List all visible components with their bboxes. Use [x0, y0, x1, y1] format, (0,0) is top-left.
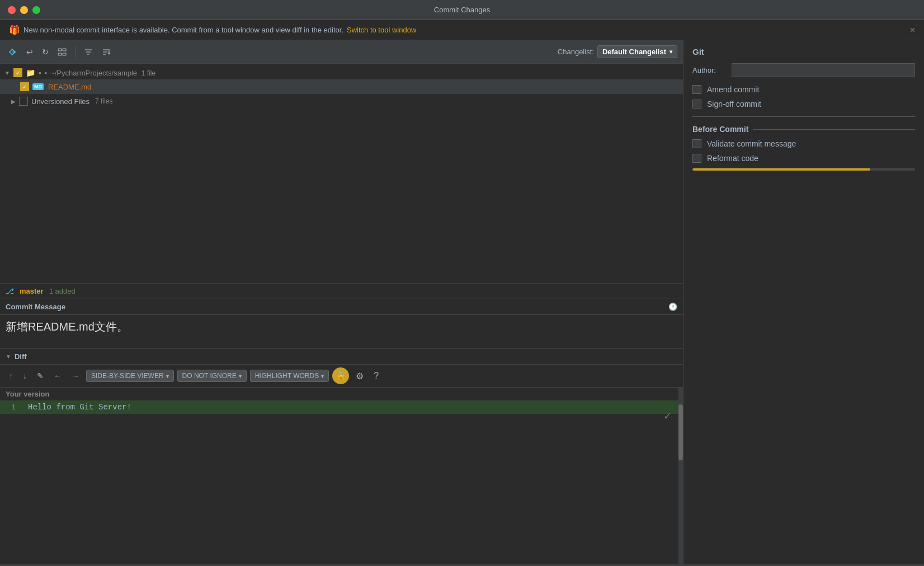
diff-toolbar: ↑ ↓ ✎ ← → SIDE-BY-SIDE VIEWER ▾ DO NOT I…	[0, 365, 683, 388]
reformat-label: Reformat code	[707, 154, 758, 163]
amend-checkbox[interactable]	[692, 85, 701, 94]
dropdown-arrow-icon: ▾	[670, 49, 672, 55]
commit-message-header: Commit Message 🕐	[0, 299, 683, 315]
changelist-dropdown[interactable]: Default Changelist ▾	[597, 45, 677, 58]
svg-rect-3	[58, 53, 62, 55]
right-panel: Git Author: Amend commit Sign-off commit…	[683, 40, 924, 564]
author-input[interactable]	[732, 63, 915, 77]
commit-message-label: Commit Message	[6, 303, 65, 311]
highlight-arrow-icon: ▾	[321, 373, 324, 379]
tree-expand-arrow: ▼	[4, 70, 10, 76]
git-section-title: Git	[692, 47, 915, 56]
tree-root-row[interactable]: ▼ ✓ 📁 ▪ ▪ ~/PycharmProjects/sample 1 fil…	[0, 66, 683, 79]
settings-icon-button[interactable]: ⚙	[352, 370, 367, 383]
viewer-arrow-icon: ▾	[166, 373, 169, 379]
branch-status: 1 added	[49, 287, 76, 295]
unversioned-row[interactable]: ▶ Unversioned Files 7 files	[0, 94, 683, 109]
help-icon-button[interactable]: ?	[370, 370, 382, 382]
move-to-changelist-button[interactable]	[6, 46, 20, 58]
before-commit-title: Before Commit	[692, 125, 748, 134]
signoff-commit-row: Sign-off commit	[692, 100, 915, 109]
filter-button[interactable]	[81, 46, 96, 58]
svg-rect-2	[63, 49, 66, 51]
scroll-up-button[interactable]: ↑	[6, 370, 16, 382]
unversioned-checkbox[interactable]	[19, 97, 28, 106]
before-commit-header: Before Commit	[692, 125, 915, 134]
commit-message-body[interactable]: 新增README.md文件。	[0, 315, 683, 348]
branch-bar: ⎇ master 1 added	[0, 283, 683, 299]
diff-scrollbar-thumb[interactable]	[678, 404, 683, 460]
readme-file-row[interactable]: ✓ MD README.md	[0, 79, 683, 94]
history-icon[interactable]: 🕐	[668, 303, 677, 311]
notification-close-button[interactable]: ×	[910, 25, 915, 35]
svg-rect-1	[58, 49, 62, 51]
diff-content: Your version 1 Hello from Git Server! ✓	[0, 388, 683, 564]
diff-checkmark-icon: ✓	[663, 410, 672, 422]
group-button[interactable]	[55, 46, 69, 58]
refresh-button[interactable]: ↩	[23, 46, 36, 58]
sync-button[interactable]: ↻	[39, 46, 51, 58]
close-button[interactable]	[8, 6, 16, 14]
changelist-label: Changelist:	[558, 48, 594, 56]
left-panel: ↩ ↻ Changelist: Default Changelist ▾ ▼	[0, 40, 683, 564]
notification-text: New non-modal commit interface is availa…	[23, 26, 343, 34]
branch-icon: ⎇	[6, 287, 14, 295]
notification-bar: 🎁 New non-modal commit interface is avai…	[0, 20, 924, 40]
readme-checkbox[interactable]: ✓	[20, 82, 29, 91]
readme-filename: README.md	[48, 83, 91, 91]
changelist-value: Default Changelist	[602, 48, 666, 56]
reformat-checkbox[interactable]	[692, 154, 701, 163]
file-tree: ▼ ✓ 📁 ▪ ▪ ~/PycharmProjects/sample 1 fil…	[0, 64, 683, 283]
your-version-label: Your version	[0, 388, 683, 400]
lock-button[interactable]: 🔒	[332, 367, 349, 384]
amend-label: Amend commit	[707, 85, 759, 94]
diff-section: ▼ Diff ↑ ↓ ✎ ← → SIDE-BY-SIDE VIEWER ▾ D…	[0, 348, 683, 564]
next-diff-button[interactable]: →	[68, 370, 83, 382]
gift-icon: 🎁	[9, 25, 20, 35]
commit-message-text: 新增README.md文件。	[6, 320, 128, 333]
branch-name: master	[20, 287, 44, 295]
edit-button[interactable]: ✎	[34, 370, 47, 382]
bottom-bar: ? CANCEL COMMIT	[0, 564, 924, 566]
root-checkbox[interactable]: ✓	[13, 68, 22, 77]
validate-label: Validate commit message	[707, 139, 796, 148]
sort-button[interactable]	[99, 46, 114, 58]
root-file-count: 1 file	[142, 69, 155, 77]
toolbar: ↩ ↻ Changelist: Default Changelist ▾	[0, 40, 683, 64]
switch-to-toolwindow-link[interactable]: Switch to tool window	[347, 26, 416, 34]
root-path: ~/PycharmProjects/sample 1 file	[50, 69, 155, 77]
unversioned-label: Unversioned Files	[31, 97, 89, 106]
progress-bar-container	[692, 168, 915, 171]
diff-scrollbar[interactable]	[678, 388, 683, 564]
validate-row: Validate commit message	[692, 139, 915, 148]
minimize-button[interactable]	[20, 6, 28, 14]
unversioned-arrow: ▶	[11, 98, 16, 105]
scroll-down-button[interactable]: ↓	[20, 370, 30, 382]
unversioned-count: 7 files	[95, 97, 112, 105]
ignore-label: DO NOT IGNORE	[182, 372, 237, 380]
side-by-side-label: SIDE-BY-SIDE VIEWER	[91, 372, 164, 380]
highlight-words-dropdown[interactable]: HIGHLIGHT WORDS ▾	[250, 370, 329, 382]
title-bar: Commit Changes	[0, 0, 924, 20]
amend-commit-row: Amend commit	[692, 85, 915, 94]
reformat-row: Reformat code	[692, 154, 915, 163]
diff-line-number: 1	[0, 403, 22, 412]
diff-line-1: 1 Hello from Git Server!	[0, 400, 683, 414]
validate-checkbox[interactable]	[692, 139, 701, 148]
diff-expand-arrow[interactable]: ▼	[6, 353, 11, 360]
prev-diff-button[interactable]: ←	[50, 370, 65, 382]
signoff-checkbox[interactable]	[692, 100, 701, 109]
divider-1	[692, 116, 915, 117]
window-controls	[8, 6, 40, 14]
grey-box-icon: ▪	[39, 69, 41, 77]
maximize-button[interactable]	[32, 6, 40, 14]
commit-message-section: Commit Message 🕐 新增README.md文件。	[0, 299, 683, 348]
progress-bar-fill	[692, 168, 870, 171]
svg-rect-4	[63, 53, 66, 55]
right-panel-inner: Git Author: Amend commit Sign-off commit…	[683, 40, 924, 564]
before-divider-line	[753, 129, 915, 130]
ignore-dropdown[interactable]: DO NOT IGNORE ▾	[177, 370, 247, 382]
ignore-arrow-icon: ▾	[239, 373, 242, 379]
side-by-side-viewer-dropdown[interactable]: SIDE-BY-SIDE VIEWER ▾	[86, 370, 174, 382]
main-layout: ↩ ↻ Changelist: Default Changelist ▾ ▼	[0, 40, 924, 564]
